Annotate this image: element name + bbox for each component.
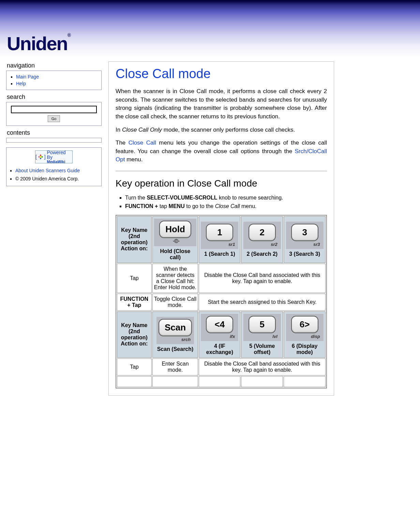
hdr-label: Key Name (2nd operation) Action on: [117, 216, 152, 263]
hdr-k4: <4ifx 4 (IF exchange) [199, 311, 240, 358]
bracket-right: ] [44, 154, 46, 160]
bracket-left: [ [35, 154, 37, 160]
go-button[interactable]: Go [48, 115, 60, 122]
tap-456-cell: Disable the Close Call band associated w… [199, 358, 326, 375]
tap-123-cell: Disable the Close Call band associated w… [199, 264, 326, 293]
divider [116, 171, 327, 171]
keycap-3: 3 [291, 224, 318, 241]
badge-bottom: MediaWiki [47, 160, 72, 164]
close-call-icon: -Ⓒ- [173, 238, 180, 244]
hdr-k6: 6>disp 6 (Display mode) [284, 311, 326, 358]
keycap-4: <4 [206, 316, 233, 333]
partial-row-c4 [241, 376, 283, 387]
contents-title: contents [7, 129, 102, 136]
tap-scan-cell: Enter Scan mode. [152, 358, 198, 375]
keycap-hold: Hold [159, 221, 191, 238]
badge-top: Powered By [47, 150, 66, 160]
hdr-scan: Scansrch Scan (Search) [152, 311, 198, 358]
ftap-123-cell: Start the search assigned to this Search… [199, 294, 326, 311]
keycap-2: 2 [249, 224, 276, 241]
hdr-hold-label: Hold (Close call) [154, 248, 197, 261]
section-key-operation: Key operation in Close Call mode [116, 178, 327, 189]
sub-sr1: sr1 [203, 242, 236, 247]
contents-box [6, 138, 102, 143]
hdr-k1-label: 1 (Search 1) [200, 251, 239, 257]
hdr-k1: 1sr1 1 (Search 1) [199, 216, 240, 263]
hdr-k3: 3sr3 3 (Search 3) [284, 216, 326, 263]
hdr-k3-label: 3 (Search 3) [285, 251, 324, 257]
partial-row-c5 [284, 376, 326, 387]
hdr-k5-label: 5 (Volume offset) [243, 343, 281, 355]
copyright-text: © 2009 Uniden America Corp. [15, 175, 99, 183]
logo-registered: ® [68, 32, 71, 38]
operation-list: Turn the SELECT-VOLUME-SCROLL knob to re… [125, 194, 327, 211]
logo: Uniden® [7, 32, 71, 55]
sub-ifx: ifx [203, 334, 236, 339]
sub-sr2: sr2 [245, 242, 279, 247]
keycap-scan: Scan [159, 319, 192, 336]
op-2: FUNCTION + tap MENU to go to the Close C… [125, 202, 327, 211]
hdr-k2-label: 2 (Search 2) [243, 251, 281, 257]
hdr-hold: Hold-Ⓒ- Hold (Close call) [152, 216, 198, 263]
sub-sr3: sr3 [288, 242, 321, 247]
hdr-k2: 2sr2 2 (Search 2) [241, 216, 283, 263]
about-link[interactable]: About Uniden Scanners Guide [15, 168, 80, 173]
logo-text: Uniden [7, 33, 68, 54]
sub-srch: srch [159, 337, 192, 342]
row-tap2-label: Tap [117, 358, 152, 375]
mediawiki-flower-icon [38, 154, 43, 159]
keycap-5: 5 [249, 316, 276, 333]
powered-by-mediawiki-badge[interactable]: [ ] Powered By MediaWiki [35, 150, 73, 163]
intro-p3: The Close Call menu lets you change the … [116, 139, 327, 164]
close-call-link[interactable]: Close Call [129, 139, 156, 146]
header-banner: Uniden® [0, 0, 420, 58]
tap-hold-cell: When the scanner detects a Close Call hi… [152, 264, 198, 293]
keycap-1: 1 [206, 224, 233, 241]
partial-row-c3 [199, 376, 240, 387]
sub-lvl: lvl [245, 334, 279, 339]
row-tap-label: Tap [117, 264, 152, 293]
sub-disp: disp [288, 334, 321, 339]
ftap-hold-cell: Toggle Close Call mode. [152, 294, 198, 311]
partial-row-c2 [152, 376, 198, 387]
hdr-k4-label: 4 (IF exchange) [200, 343, 239, 355]
hdr-k5: 5lvl 5 (Volume offset) [241, 311, 283, 358]
footer-box: [ ] Powered By MediaWiki About Uniden Sc… [6, 147, 102, 186]
hdr-label-2: Key Name (2nd operation) Action on: [117, 311, 152, 358]
keycap-6: 6> [291, 316, 318, 333]
partial-row-c1 [117, 376, 152, 387]
hdr-k6-label: 6 (Display mode) [285, 343, 324, 355]
row-ftap-label: FUNCTION + Tap [117, 294, 152, 311]
op-1: Turn the SELECT-VOLUME-SCROLL knob to re… [125, 194, 327, 202]
hdr-scan-label: Scan (Search) [154, 346, 197, 352]
key-operation-table: Key Name (2nd operation) Action on: Hold… [116, 215, 327, 388]
intro-p2: In Close Call Only mode, the scanner onl… [116, 126, 327, 134]
